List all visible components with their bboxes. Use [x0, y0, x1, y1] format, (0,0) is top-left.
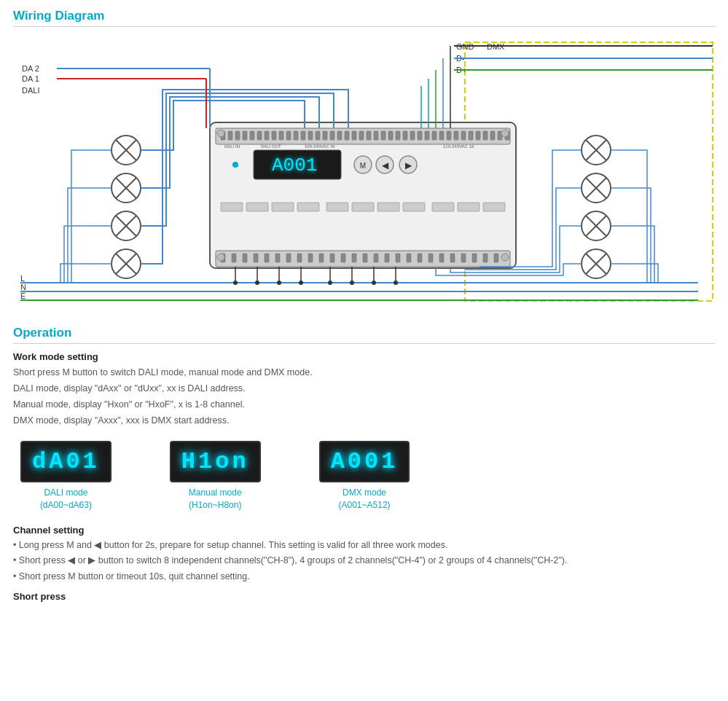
- svg-rect-5: [235, 131, 240, 140]
- svg-rect-66: [461, 254, 466, 262]
- wiring-svg: A001 M ◀ ▶ DALI IN DALI OUT 100-240VAC I…: [13, 34, 720, 318]
- svg-text:M: M: [360, 162, 366, 170]
- svg-rect-37: [469, 131, 473, 140]
- svg-rect-63: [428, 254, 433, 262]
- svg-rect-25: [381, 131, 385, 140]
- work-mode-line-2: DALI mode, display "dAxx" or "dUxx", xx …: [13, 381, 715, 396]
- wiring-diagram: A001 M ◀ ▶ DALI IN DALI OUT 100-240VAC I…: [13, 34, 720, 318]
- channel-bullet-3: Short press M button or timeout 10s, qui…: [13, 570, 715, 584]
- svg-rect-46: [243, 254, 247, 262]
- svg-rect-17: [323, 131, 327, 140]
- svg-rect-40: [490, 131, 495, 140]
- svg-point-141: [350, 281, 354, 285]
- svg-rect-64: [439, 254, 444, 262]
- svg-text:◀: ◀: [382, 160, 389, 171]
- svg-rect-16: [316, 131, 320, 140]
- svg-rect-11: [279, 131, 283, 140]
- svg-rect-56: [352, 254, 356, 262]
- svg-text:DALI OUT: DALI OUT: [261, 144, 281, 149]
- svg-rect-4: [228, 131, 232, 140]
- dali-led-display: dA01: [20, 441, 111, 482]
- dali-mode-display: dA01 DALI mode (dA00~dA63): [20, 441, 111, 512]
- svg-point-97: [501, 254, 509, 261]
- svg-rect-20: [345, 131, 349, 140]
- svg-rect-67: [472, 254, 477, 262]
- wiring-divider: [13, 26, 715, 27]
- svg-rect-21: [352, 131, 356, 140]
- svg-rect-39: [483, 131, 488, 140]
- svg-rect-58: [374, 254, 378, 262]
- work-mode-line-3: Manual mode, display "Hxon" or "HxoF", x…: [13, 397, 715, 412]
- svg-rect-51: [297, 254, 302, 262]
- svg-rect-45: [232, 254, 236, 262]
- svg-rect-69: [494, 254, 498, 262]
- svg-point-142: [372, 281, 376, 285]
- short-press-label: Short press: [13, 591, 66, 602]
- svg-rect-30: [418, 131, 422, 140]
- svg-point-82: [232, 162, 238, 168]
- svg-rect-60: [396, 254, 400, 262]
- svg-rect-90: [403, 203, 425, 211]
- svg-point-137: [255, 281, 259, 285]
- svg-point-94: [217, 130, 224, 137]
- svg-rect-83: [221, 203, 243, 211]
- svg-rect-13: [294, 131, 298, 140]
- svg-rect-33: [439, 131, 444, 140]
- work-mode-line-1: Short press M button to switch DALI mode…: [13, 365, 715, 380]
- work-mode-line-4: DMX mode, display "Axxx", xxx is DMX sta…: [13, 413, 715, 428]
- svg-rect-84: [246, 203, 268, 211]
- svg-rect-32: [432, 131, 437, 140]
- svg-rect-48: [265, 254, 269, 262]
- svg-text:▶: ▶: [405, 160, 412, 171]
- svg-rect-86: [297, 203, 319, 211]
- svg-rect-87: [326, 203, 348, 211]
- svg-text:DA 2: DA 2: [22, 64, 39, 73]
- svg-text:E: E: [20, 291, 26, 300]
- svg-rect-92: [458, 203, 480, 211]
- svg-point-143: [394, 281, 398, 285]
- svg-rect-49: [275, 254, 280, 262]
- svg-rect-47: [254, 254, 258, 262]
- svg-rect-85: [272, 203, 294, 211]
- svg-rect-36: [461, 131, 466, 140]
- manual-led-display: H1on: [170, 441, 261, 482]
- svg-rect-8: [257, 131, 262, 140]
- short-press-section: Short press: [13, 591, 715, 602]
- svg-text:L: L: [20, 274, 25, 283]
- wiring-section: Wiring Diagram: [13, 9, 715, 318]
- svg-rect-14: [301, 131, 305, 140]
- svg-rect-57: [363, 254, 367, 262]
- svg-point-140: [328, 281, 332, 285]
- page: Wiring Diagram: [0, 0, 728, 611]
- manual-mode-display: H1on Manual mode (H1on~H8on): [170, 441, 261, 512]
- dmx-led-display: A001: [319, 441, 410, 482]
- svg-rect-55: [341, 254, 345, 262]
- svg-rect-6: [243, 131, 247, 140]
- svg-rect-31: [425, 131, 429, 140]
- svg-point-96: [217, 254, 224, 261]
- channel-bullet-2: Short press ◀ or ▶ button to switch 8 in…: [13, 554, 715, 568]
- svg-rect-9: [265, 131, 269, 140]
- channel-bullet-list: Long press M and ◀ button for 2s, prepar…: [13, 539, 715, 584]
- svg-rect-61: [407, 254, 411, 262]
- operation-title: Operation: [13, 326, 715, 340]
- svg-rect-91: [432, 203, 454, 211]
- manual-mode-label: Manual mode (H1on~H8on): [189, 487, 242, 512]
- svg-rect-54: [330, 254, 334, 262]
- display-modes-container: dA01 DALI mode (dA00~dA63) H1on Manual m…: [20, 441, 715, 512]
- svg-rect-26: [388, 131, 393, 140]
- operation-section: Operation Work mode setting Short press …: [13, 326, 715, 602]
- svg-rect-38: [476, 131, 480, 140]
- svg-rect-53: [319, 254, 324, 262]
- svg-rect-23: [367, 131, 371, 140]
- dmx-mode-label: DMX mode (A001~A512): [339, 487, 391, 512]
- svg-point-139: [299, 281, 303, 285]
- operation-divider: [13, 343, 715, 344]
- svg-rect-19: [337, 131, 342, 140]
- dmx-mode-display: A001 DMX mode (A001~A512): [319, 441, 410, 512]
- svg-rect-93: [483, 203, 505, 211]
- svg-rect-68: [483, 254, 488, 262]
- svg-rect-15: [308, 131, 313, 140]
- svg-text:N: N: [20, 283, 26, 291]
- svg-rect-34: [447, 131, 451, 140]
